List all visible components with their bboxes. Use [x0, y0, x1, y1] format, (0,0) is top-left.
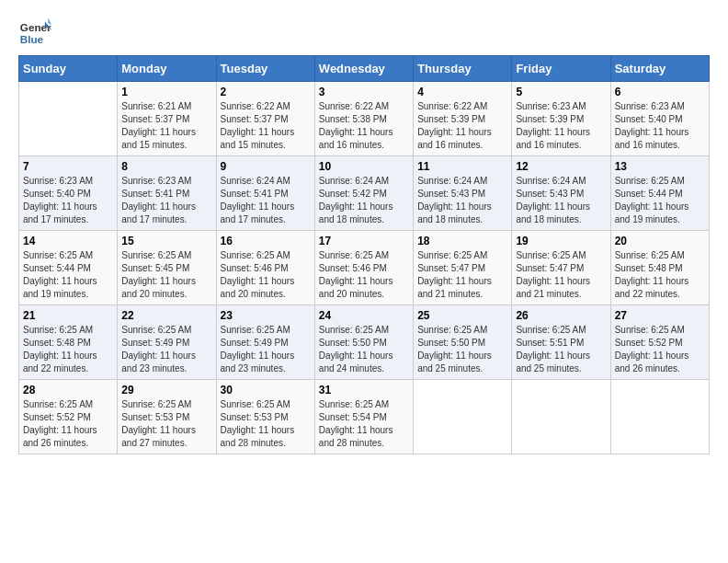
day-number: 13 — [615, 160, 705, 173]
day-info: Sunrise: 6:25 AM Sunset: 5:44 PM Dayligh… — [615, 175, 705, 226]
day-number: 29 — [121, 384, 211, 396]
calendar-cell: 14Sunrise: 6:25 AM Sunset: 5:44 PM Dayli… — [19, 231, 118, 305]
day-info: Sunrise: 6:24 AM Sunset: 5:43 PM Dayligh… — [516, 175, 606, 226]
day-number: 1 — [121, 86, 211, 98]
weekday-header-monday: Monday — [118, 56, 216, 82]
day-number: 4 — [417, 86, 507, 98]
day-number: 22 — [121, 309, 211, 322]
day-info: Sunrise: 6:25 AM Sunset: 5:44 PM Dayligh… — [23, 249, 113, 301]
day-info: Sunrise: 6:25 AM Sunset: 5:46 PM Dayligh… — [221, 249, 311, 301]
weekday-header-wednesday: Wednesday — [314, 56, 413, 82]
calendar-cell: 13Sunrise: 6:25 AM Sunset: 5:44 PM Dayli… — [610, 156, 709, 231]
day-info: Sunrise: 6:24 AM Sunset: 5:43 PM Dayligh… — [417, 175, 507, 226]
calendar-cell: 26Sunrise: 6:25 AM Sunset: 5:51 PM Dayli… — [512, 305, 610, 380]
calendar-cell: 16Sunrise: 6:25 AM Sunset: 5:46 PM Dayli… — [216, 231, 314, 305]
calendar-cell: 12Sunrise: 6:24 AM Sunset: 5:43 PM Dayli… — [512, 156, 610, 231]
day-info: Sunrise: 6:25 AM Sunset: 5:48 PM Dayligh… — [615, 249, 705, 301]
day-number: 24 — [319, 309, 409, 322]
calendar-cell: 9Sunrise: 6:24 AM Sunset: 5:41 PM Daylig… — [216, 156, 314, 231]
logo: General Blue — [18, 15, 51, 48]
calendar-cell: 25Sunrise: 6:25 AM Sunset: 5:50 PM Dayli… — [414, 305, 512, 380]
day-number: 17 — [319, 235, 409, 247]
calendar-cell: 22Sunrise: 6:25 AM Sunset: 5:49 PM Dayli… — [118, 305, 216, 380]
logo-icon: General Blue — [18, 15, 51, 48]
calendar-cell: 3Sunrise: 6:22 AM Sunset: 5:38 PM Daylig… — [314, 82, 413, 156]
day-number: 16 — [221, 235, 311, 247]
day-info: Sunrise: 6:23 AM Sunset: 5:41 PM Dayligh… — [121, 175, 211, 226]
weekday-header-sunday: Sunday — [19, 56, 118, 82]
day-info: Sunrise: 6:22 AM Sunset: 5:39 PM Dayligh… — [417, 100, 507, 152]
day-number: 5 — [516, 86, 606, 98]
day-number: 10 — [319, 160, 409, 173]
weekday-header-friday: Friday — [512, 56, 610, 82]
calendar-cell: 24Sunrise: 6:25 AM Sunset: 5:50 PM Dayli… — [314, 305, 413, 380]
day-number: 9 — [221, 160, 311, 173]
calendar-cell: 31Sunrise: 6:25 AM Sunset: 5:54 PM Dayli… — [314, 380, 413, 454]
day-info: Sunrise: 6:25 AM Sunset: 5:46 PM Dayligh… — [319, 249, 409, 301]
day-info: Sunrise: 6:23 AM Sunset: 5:40 PM Dayligh… — [23, 175, 113, 226]
day-info: Sunrise: 6:25 AM Sunset: 5:49 PM Dayligh… — [121, 324, 211, 375]
calendar-cell: 2Sunrise: 6:22 AM Sunset: 5:37 PM Daylig… — [216, 82, 314, 156]
calendar-week-4: 21Sunrise: 6:25 AM Sunset: 5:48 PM Dayli… — [19, 305, 710, 380]
day-info: Sunrise: 6:25 AM Sunset: 5:48 PM Dayligh… — [23, 324, 113, 375]
calendar-body: 1Sunrise: 6:21 AM Sunset: 5:37 PM Daylig… — [19, 82, 710, 454]
page-header: General Blue — [18, 15, 710, 48]
day-number: 21 — [23, 309, 113, 322]
calendar-cell — [414, 380, 512, 454]
weekday-header-row: SundayMondayTuesdayWednesdayThursdayFrid… — [19, 56, 710, 82]
calendar-cell: 18Sunrise: 6:25 AM Sunset: 5:47 PM Dayli… — [414, 231, 512, 305]
day-number: 11 — [417, 160, 507, 173]
day-number: 7 — [23, 160, 113, 173]
calendar-cell: 30Sunrise: 6:25 AM Sunset: 5:53 PM Dayli… — [216, 380, 314, 454]
weekday-header-tuesday: Tuesday — [216, 56, 314, 82]
day-number: 27 — [615, 309, 705, 322]
day-number: 20 — [615, 235, 705, 247]
day-number: 12 — [516, 160, 606, 173]
day-info: Sunrise: 6:25 AM Sunset: 5:51 PM Dayligh… — [516, 324, 606, 375]
day-number: 8 — [121, 160, 211, 173]
day-number: 3 — [319, 86, 409, 98]
weekday-header-saturday: Saturday — [610, 56, 709, 82]
day-info: Sunrise: 6:25 AM Sunset: 5:52 PM Dayligh… — [615, 324, 705, 375]
day-info: Sunrise: 6:25 AM Sunset: 5:49 PM Dayligh… — [221, 324, 311, 375]
calendar-cell — [19, 82, 118, 156]
day-number: 15 — [121, 235, 211, 247]
day-number: 19 — [516, 235, 606, 247]
calendar-cell: 20Sunrise: 6:25 AM Sunset: 5:48 PM Dayli… — [610, 231, 709, 305]
calendar-cell: 8Sunrise: 6:23 AM Sunset: 5:41 PM Daylig… — [118, 156, 216, 231]
day-number: 14 — [23, 235, 113, 247]
calendar-cell: 10Sunrise: 6:24 AM Sunset: 5:42 PM Dayli… — [314, 156, 413, 231]
day-info: Sunrise: 6:25 AM Sunset: 5:53 PM Dayligh… — [121, 398, 211, 450]
day-info: Sunrise: 6:23 AM Sunset: 5:39 PM Dayligh… — [516, 100, 606, 152]
day-info: Sunrise: 6:22 AM Sunset: 5:38 PM Dayligh… — [319, 100, 409, 152]
day-info: Sunrise: 6:24 AM Sunset: 5:42 PM Dayligh… — [319, 175, 409, 226]
day-info: Sunrise: 6:25 AM Sunset: 5:45 PM Dayligh… — [121, 249, 211, 301]
calendar-cell: 23Sunrise: 6:25 AM Sunset: 5:49 PM Dayli… — [216, 305, 314, 380]
day-info: Sunrise: 6:25 AM Sunset: 5:47 PM Dayligh… — [417, 249, 507, 301]
calendar-cell — [512, 380, 610, 454]
day-info: Sunrise: 6:21 AM Sunset: 5:37 PM Dayligh… — [121, 100, 211, 152]
calendar-cell: 15Sunrise: 6:25 AM Sunset: 5:45 PM Dayli… — [118, 231, 216, 305]
day-number: 31 — [319, 384, 409, 396]
calendar-cell: 4Sunrise: 6:22 AM Sunset: 5:39 PM Daylig… — [414, 82, 512, 156]
day-info: Sunrise: 6:25 AM Sunset: 5:53 PM Dayligh… — [221, 398, 311, 450]
day-info: Sunrise: 6:25 AM Sunset: 5:52 PM Dayligh… — [23, 398, 113, 450]
weekday-header-thursday: Thursday — [414, 56, 512, 82]
day-number: 18 — [417, 235, 507, 247]
calendar-cell: 1Sunrise: 6:21 AM Sunset: 5:37 PM Daylig… — [118, 82, 216, 156]
day-number: 6 — [615, 86, 705, 98]
calendar-week-2: 7Sunrise: 6:23 AM Sunset: 5:40 PM Daylig… — [19, 156, 710, 231]
calendar-cell: 28Sunrise: 6:25 AM Sunset: 5:52 PM Dayli… — [19, 380, 118, 454]
calendar-cell: 21Sunrise: 6:25 AM Sunset: 5:48 PM Dayli… — [19, 305, 118, 380]
calendar-cell — [610, 380, 709, 454]
svg-text:Blue: Blue — [20, 33, 44, 45]
day-number: 30 — [221, 384, 311, 396]
day-number: 28 — [23, 384, 113, 396]
calendar-week-1: 1Sunrise: 6:21 AM Sunset: 5:37 PM Daylig… — [19, 82, 710, 156]
day-info: Sunrise: 6:25 AM Sunset: 5:50 PM Dayligh… — [417, 324, 507, 375]
day-info: Sunrise: 6:25 AM Sunset: 5:47 PM Dayligh… — [516, 249, 606, 301]
calendar-cell: 11Sunrise: 6:24 AM Sunset: 5:43 PM Dayli… — [414, 156, 512, 231]
calendar-cell: 6Sunrise: 6:23 AM Sunset: 5:40 PM Daylig… — [610, 82, 709, 156]
day-info: Sunrise: 6:22 AM Sunset: 5:37 PM Dayligh… — [221, 100, 311, 152]
day-number: 2 — [221, 86, 311, 98]
